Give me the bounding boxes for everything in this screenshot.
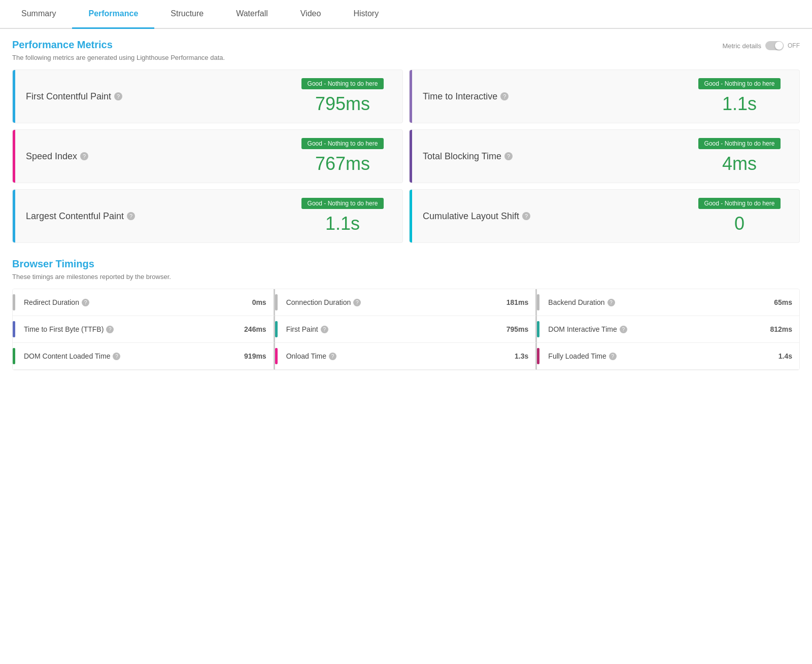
tab-waterfall[interactable]: Waterfall (220, 0, 284, 29)
tab-performance[interactable]: Performance (72, 0, 154, 29)
browser-timings-section: Browser Timings These timings are milest… (12, 258, 800, 370)
metric-name-3: Total Blocking Time? (419, 151, 681, 162)
metric-value-0: 795ms (315, 93, 370, 115)
metric-left-bar-5 (410, 190, 412, 242)
metric-value-box-2: Good - Nothing to do here767ms (292, 138, 393, 174)
question-mark-icon-4[interactable]: ? (127, 212, 135, 220)
timing-question-icon-2[interactable]: ? (607, 299, 615, 306)
timing-left-bar-1 (275, 294, 278, 310)
performance-metrics-title: Performance Metrics (12, 39, 225, 51)
tab-summary[interactable]: Summary (5, 0, 72, 29)
metric-value-box-5: Good - Nothing to do here0 (689, 198, 790, 234)
timing-question-icon-3[interactable]: ? (106, 326, 114, 333)
metric-badge-0: Good - Nothing to do here (301, 78, 384, 89)
browser-timings-title: Browser Timings (12, 258, 800, 270)
metric-value-box-0: Good - Nothing to do here795ms (292, 78, 393, 115)
metric-card-5: Cumulative Layout Shift?Good - Nothing t… (409, 189, 800, 243)
timing-cell-0: Redirect Duration?0ms (13, 289, 275, 316)
metric-card-2: Speed Index?Good - Nothing to do here767… (12, 129, 403, 183)
timing-left-bar-7 (275, 348, 278, 364)
timing-value-1: 181ms (503, 298, 528, 306)
timing-cell-6: DOM Content Loaded Time?919ms (13, 343, 275, 370)
toggle-knob (775, 42, 783, 50)
toggle-switch[interactable] (765, 41, 784, 50)
metric-card-3: Total Blocking Time?Good - Nothing to do… (409, 129, 800, 183)
question-mark-icon-2[interactable]: ? (80, 152, 88, 160)
timings-grid: Redirect Duration?0msConnection Duration… (12, 289, 800, 370)
question-mark-icon-3[interactable]: ? (504, 152, 513, 160)
timing-left-bar-8 (537, 348, 539, 364)
timing-left-bar-3 (13, 321, 15, 337)
timing-name-1: Connection Duration? (282, 298, 499, 306)
metric-badge-1: Good - Nothing to do here (698, 78, 781, 89)
metric-card-0: First Contentful Paint?Good - Nothing to… (12, 69, 403, 123)
timing-name-6: DOM Content Loaded Time? (20, 352, 237, 360)
main-content: Performance Metrics The following metric… (0, 29, 812, 380)
timing-cell-5: DOM Interactive Time?812ms (537, 316, 799, 343)
question-mark-icon-5[interactable]: ? (522, 212, 530, 220)
timing-cell-1: Connection Duration?181ms (275, 289, 537, 316)
metric-value-box-3: Good - Nothing to do here4ms (689, 138, 790, 174)
browser-timings-desc: These timings are milestones reported by… (12, 273, 800, 281)
metric-details-label: Metric details (722, 42, 761, 50)
timing-name-4: First Paint? (282, 325, 499, 333)
metric-name-1: Time to Interactive? (419, 91, 681, 102)
metric-value-3: 4ms (722, 153, 757, 174)
timing-name-0: Redirect Duration? (20, 298, 237, 306)
timing-question-icon-5[interactable]: ? (620, 326, 627, 333)
metric-left-bar-1 (410, 70, 412, 123)
metric-value-box-4: Good - Nothing to do here1.1s (292, 198, 393, 234)
timing-left-bar-2 (537, 294, 539, 310)
timing-value-4: 795ms (503, 325, 528, 333)
timing-cell-7: Onload Time?1.3s (275, 343, 537, 370)
metric-name-0: First Contentful Paint? (22, 91, 284, 102)
question-mark-icon-0[interactable]: ? (114, 92, 122, 100)
timing-value-2: 65ms (767, 298, 792, 306)
timing-question-icon-4[interactable]: ? (321, 326, 328, 333)
metric-left-bar-2 (13, 130, 15, 183)
timing-question-icon-8[interactable]: ? (609, 353, 617, 360)
metric-details-toggle-row: Metric details OFF (722, 41, 800, 50)
timing-left-bar-5 (537, 321, 539, 337)
metric-value-2: 767ms (315, 153, 370, 174)
metric-badge-3: Good - Nothing to do here (698, 138, 781, 149)
timing-question-icon-7[interactable]: ? (329, 353, 336, 360)
timing-value-6: 919ms (241, 352, 266, 360)
metric-left-bar-4 (13, 190, 15, 242)
metric-left-bar-0 (13, 70, 15, 123)
metric-badge-5: Good - Nothing to do here (698, 198, 781, 209)
timing-question-icon-6[interactable]: ? (113, 353, 120, 360)
metric-badge-2: Good - Nothing to do here (301, 138, 384, 149)
tab-structure[interactable]: Structure (154, 0, 220, 29)
metric-card-4: Largest Contentful Paint?Good - Nothing … (12, 189, 403, 243)
metric-card-1: Time to Interactive?Good - Nothing to do… (409, 69, 800, 123)
metric-name-5: Cumulative Layout Shift? (419, 211, 681, 222)
question-mark-icon-1[interactable]: ? (500, 92, 509, 100)
tabs-bar: Summary Performance Structure Waterfall … (0, 0, 812, 29)
timing-value-0: 0ms (241, 298, 266, 306)
timing-question-icon-0[interactable]: ? (82, 299, 89, 306)
timing-value-8: 1.4s (767, 352, 792, 360)
metric-badge-4: Good - Nothing to do here (301, 198, 384, 209)
tab-history[interactable]: History (337, 0, 395, 29)
metric-value-box-1: Good - Nothing to do here1.1s (689, 78, 790, 115)
metric-value-4: 1.1s (325, 213, 360, 234)
performance-metrics-desc: The following metrics are generated usin… (12, 54, 225, 61)
timing-name-2: Backend Duration? (544, 298, 763, 306)
timing-value-3: 246ms (241, 325, 266, 333)
timing-value-7: 1.3s (503, 352, 528, 360)
timing-name-8: Fully Loaded Time? (544, 352, 763, 360)
timing-left-bar-4 (275, 321, 278, 337)
timing-name-7: Onload Time? (282, 352, 499, 360)
timing-left-bar-6 (13, 348, 15, 364)
metric-name-2: Speed Index? (22, 151, 284, 162)
timing-name-5: DOM Interactive Time? (544, 325, 763, 333)
timing-value-5: 812ms (767, 325, 792, 333)
timing-name-3: Time to First Byte (TTFB)? (20, 325, 237, 333)
tab-video[interactable]: Video (284, 0, 337, 29)
timing-question-icon-1[interactable]: ? (353, 299, 361, 306)
timing-cell-8: Fully Loaded Time?1.4s (537, 343, 799, 370)
toggle-label: OFF (788, 42, 800, 49)
metrics-grid: First Contentful Paint?Good - Nothing to… (12, 69, 800, 243)
timing-left-bar-0 (13, 294, 15, 310)
